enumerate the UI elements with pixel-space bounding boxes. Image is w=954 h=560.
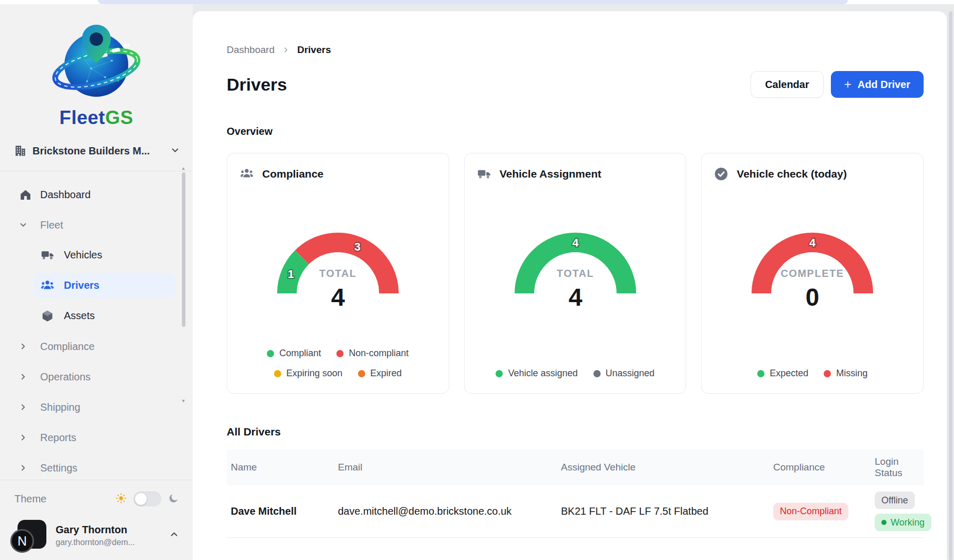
card-title: Compliance	[262, 168, 323, 180]
plus-icon: +	[844, 78, 851, 91]
page-header: Drivers Calendar + Add Driver	[227, 71, 924, 98]
card-title: Vehicle check (today)	[737, 168, 847, 180]
theme-toggle[interactable]	[133, 492, 161, 506]
theme-label: Theme	[14, 493, 46, 505]
scroll-up-arrow-icon[interactable]: ▲	[181, 166, 186, 171]
users-icon	[240, 167, 254, 181]
sun-icon	[115, 493, 127, 506]
svg-text:4: 4	[331, 284, 345, 309]
chevron-right-icon	[19, 342, 28, 351]
sidebar: FleetGS Brickstone Builders M...	[0, 4, 193, 560]
svg-text:TOTAL: TOTAL	[556, 268, 593, 279]
breadcrumb-dashboard-link[interactable]: Dashboard	[227, 44, 275, 56]
svg-text:4: 4	[568, 284, 582, 309]
compliance-cell: Non-Compliant	[769, 503, 871, 520]
check-circle-icon	[714, 167, 728, 181]
sidebar-group-settings[interactable]: Settings	[0, 455, 193, 480]
chevron-down-icon	[19, 220, 28, 230]
scrollbar-thumb[interactable]	[182, 172, 185, 327]
sidebar-item-drivers[interactable]: Drivers	[34, 273, 175, 298]
chevron-right-icon	[19, 433, 28, 442]
truck-icon	[40, 248, 55, 262]
sidebar-group-shipping[interactable]: Shipping	[0, 394, 193, 420]
svg-text:1: 1	[287, 268, 294, 281]
svg-text:TOTAL: TOTAL	[319, 268, 356, 279]
compliance-card: Compliance TOTAL 4 13 Compliant Non-comp…	[227, 153, 449, 394]
legend-dot-expiring-soon	[274, 370, 281, 377]
legend-dot-unassigned	[593, 370, 601, 377]
add-driver-button[interactable]: + Add Driver	[831, 71, 924, 98]
sidebar-group-fleet[interactable]: Fleet	[0, 212, 193, 238]
driver-email: dave.mitchell@demo.brickstone.co.uk	[334, 505, 557, 517]
table-row[interactable]: Dave Mitchell dave.mitchell@demo.brickst…	[227, 485, 924, 538]
offline-badge: Offline	[875, 492, 915, 509]
column-header-assigned-vehicle: Assigned Vehicle	[557, 462, 769, 473]
brand-wordmark: FleetGS	[59, 107, 133, 129]
moon-icon	[168, 493, 179, 506]
user-email: gary.thornton@dem...	[56, 538, 135, 547]
svg-text:COMPLETE: COMPLETE	[781, 268, 844, 279]
svg-text:4: 4	[809, 236, 816, 249]
company-selector[interactable]: Brickstone Builders M...	[13, 144, 180, 157]
svg-text:0: 0	[806, 284, 820, 309]
window-scrollbar[interactable]	[949, 11, 952, 560]
breadcrumb: Dashboard Drivers	[227, 44, 924, 56]
company-name: Brickstone Builders M...	[32, 145, 150, 157]
vehicle-assignment-legend: Vehicle assigned Unassigned	[496, 368, 654, 382]
chevron-up-icon[interactable]	[169, 529, 179, 541]
non-compliant-badge: Non-Compliant	[773, 503, 848, 520]
calendar-button[interactable]: Calendar	[751, 71, 824, 98]
card-title: Vehicle Assignment	[500, 168, 602, 180]
sidebar-group-operations[interactable]: Operations	[0, 364, 193, 390]
chevron-right-icon	[282, 46, 290, 54]
column-header-name: Name	[227, 462, 334, 473]
breadcrumb-current: Drivers	[297, 44, 331, 56]
legend-dot-vehicle-assigned	[496, 370, 503, 377]
column-header-login-status: Login Status	[871, 456, 924, 479]
page-title: Drivers	[227, 75, 287, 95]
compliance-legend: Compliant Non-compliant Expiring soon Ex…	[240, 348, 436, 382]
sidebar-scrollbar[interactable]: ▲ ▼	[180, 166, 186, 404]
brand-logo: FleetGS	[0, 4, 193, 129]
legend-dot-compliant	[267, 350, 274, 357]
chevron-right-icon	[19, 463, 28, 472]
home-icon	[19, 188, 32, 201]
scroll-down-arrow-icon[interactable]: ▼	[181, 398, 186, 404]
driver-name: Dave Mitchell	[227, 505, 334, 517]
chevron-right-icon	[19, 402, 28, 412]
users-icon	[40, 278, 55, 293]
legend-dot-non-compliant	[336, 350, 344, 357]
sidebar-group-compliance[interactable]: Compliance	[0, 334, 193, 359]
legend-dot-expected	[757, 370, 764, 377]
table-header-row: Name Email Assigned Vehicle Compliance L…	[227, 449, 924, 485]
svg-text:3: 3	[354, 240, 361, 253]
legend-dot-missing	[824, 370, 831, 377]
avatar: N	[14, 520, 46, 551]
user-menu[interactable]: N Gary Thornton gary.thornton@dem...	[14, 520, 179, 551]
user-name: Gary Thornton	[56, 524, 135, 536]
chevron-down-icon	[170, 145, 180, 157]
working-status-dot	[881, 520, 887, 525]
column-header-email: Email	[334, 462, 557, 473]
fleetgs-globe-logo-icon	[51, 20, 142, 103]
toggle-knob	[135, 493, 147, 505]
compliance-gauge: TOTAL 4 13	[245, 197, 431, 309]
sidebar-group-reports[interactable]: Reports	[0, 425, 193, 450]
sidebar-item-vehicles[interactable]: Vehicles	[34, 242, 175, 268]
sidebar-item-assets[interactable]: Assets	[34, 303, 175, 328]
main-content: Dashboard Drivers Drivers Calendar + Add…	[193, 11, 947, 560]
sidebar-footer: Theme N Gary Thornton	[0, 480, 193, 560]
all-drivers-heading: All Drivers	[227, 426, 924, 438]
sidebar-item-dashboard[interactable]: Dashboard	[0, 182, 193, 207]
vehicle-assignment-gauge: TOTAL 4 4	[483, 197, 668, 309]
truck-icon	[477, 167, 491, 181]
legend-dot-expired	[358, 370, 365, 377]
browser-notification-bar	[98, 0, 848, 4]
browser-top-strip	[0, 0, 954, 4]
vehicle-assignment-card: Vehicle Assignment TOTAL 4 4 Vehicle ass…	[464, 153, 687, 394]
vehicle-check-legend: Expected Missing	[757, 368, 867, 382]
cube-icon	[40, 309, 55, 323]
vehicle-check-card: Vehicle check (today) COMPLETE 0 4 Expec…	[701, 153, 924, 394]
building-icon	[13, 144, 27, 157]
chevron-right-icon	[19, 372, 28, 381]
